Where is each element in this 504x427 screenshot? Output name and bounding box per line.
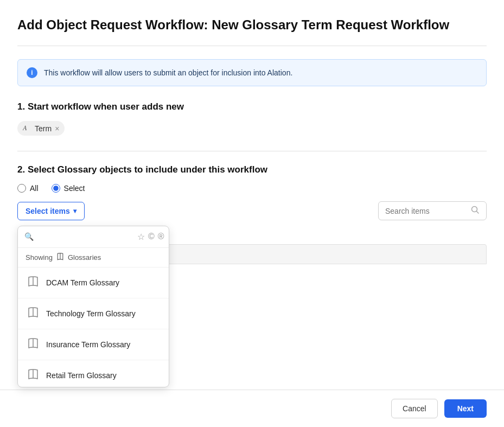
- star-filter-icon[interactable]: ☆: [137, 232, 145, 242]
- select-items-button[interactable]: Select items ▾: [17, 202, 85, 220]
- showing-label: Showing: [25, 253, 53, 262]
- radio-select-label[interactable]: Select: [52, 184, 85, 193]
- dropdown-item-1[interactable]: Technology Term Glossary: [18, 298, 169, 329]
- dropdown-search-input[interactable]: [38, 232, 133, 241]
- radio-select-text: Select: [64, 184, 85, 193]
- radio-all[interactable]: [17, 184, 26, 193]
- showing-type: Glossaries: [68, 253, 101, 262]
- svg-line-2: [477, 212, 479, 214]
- page-title: Add Object Request Workflow: New Glossar…: [17, 17, 487, 33]
- glossary-showing-icon: [56, 252, 65, 263]
- dropdown-filter-icons: ☆ © ®: [137, 232, 164, 242]
- dropdown-list: DCAM Term Glossary Technology Term Gloss…: [18, 267, 169, 387]
- footer: Cancel Next: [0, 390, 504, 427]
- dropdown-item-label-3: Retail Term Glossary: [46, 371, 117, 380]
- dropdown-item-3[interactable]: Retail Term Glossary: [18, 360, 169, 387]
- info-banner-text: This workflow will allow users to submit…: [44, 68, 292, 77]
- term-tag-label: Term: [35, 124, 52, 133]
- info-icon: i: [27, 67, 37, 78]
- radio-select[interactable]: [52, 184, 60, 193]
- section2-title: 2. Select Glossary objects to include un…: [17, 164, 487, 175]
- chevron-down-icon: ▾: [73, 207, 76, 215]
- section2: 2. Select Glossary objects to include un…: [17, 164, 487, 264]
- title-divider: [17, 46, 487, 46]
- dropdown-showing: Showing Glossaries: [18, 248, 169, 267]
- dropdown-item-label-1: Technology Term Glossary: [46, 309, 136, 318]
- select-items-btn-label: Select items: [25, 207, 70, 215]
- dropdown-item-2[interactable]: Insurance Term Glossary: [18, 329, 169, 360]
- book-icon-3: [27, 368, 40, 383]
- book-icon-1: [27, 306, 40, 321]
- dropdown-item-0[interactable]: DCAM Term Glossary: [18, 267, 169, 298]
- section-divider: [17, 151, 487, 151]
- radio-row: All Select: [17, 184, 487, 193]
- registered-filter-icon[interactable]: ®: [158, 232, 164, 242]
- dropdown-item-label-2: Insurance Term Glossary: [46, 340, 130, 349]
- search-box: [378, 201, 487, 220]
- select-items-dropdown: 🔍 ☆ © ® Showing: [17, 226, 169, 387]
- controls-row: Select items ▾ 🔍 ☆ © ®: [17, 201, 487, 220]
- search-icon: [471, 206, 480, 216]
- book-icon-2: [27, 337, 40, 352]
- section1-title: 1. Start workflow when user adds new: [17, 101, 487, 112]
- term-tag-close[interactable]: ×: [55, 125, 59, 132]
- info-banner: i This workflow will allow users to subm…: [17, 59, 487, 86]
- circle-filter-icon[interactable]: ©: [148, 232, 155, 242]
- next-button[interactable]: Next: [444, 399, 487, 418]
- section1: 1. Start workflow when user adds new 𝐴 T…: [17, 101, 487, 136]
- term-tag-icon: 𝐴: [23, 123, 31, 133]
- radio-all-label[interactable]: All: [17, 184, 39, 193]
- dropdown-search-row: 🔍 ☆ © ®: [18, 226, 169, 248]
- cancel-button[interactable]: Cancel: [391, 399, 438, 418]
- book-icon-0: [27, 275, 40, 290]
- search-input[interactable]: [385, 207, 467, 215]
- svg-text:𝐴: 𝐴: [23, 124, 27, 132]
- term-tag[interactable]: 𝐴 Term ×: [17, 121, 65, 136]
- dropdown-search-icon: 🔍: [24, 232, 34, 241]
- select-items-container: Select items ▾ 🔍 ☆ © ®: [17, 202, 85, 220]
- tag-row: 𝐴 Term ×: [17, 121, 487, 136]
- dropdown-item-label-0: DCAM Term Glossary: [46, 278, 119, 287]
- radio-all-text: All: [30, 184, 39, 193]
